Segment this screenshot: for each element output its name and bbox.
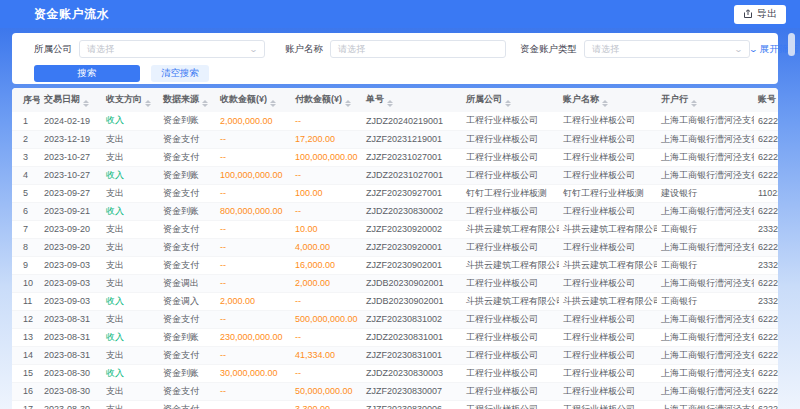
company-select-placeholder: 请选择 [87,43,114,56]
cell-direction: 收入 [102,166,159,184]
cell-account: 斗拱云建筑工程有限公司 [559,292,657,310]
cell-account: 工程行业样板公司 [559,382,657,400]
cell-date: 2023-09-03 [40,256,102,274]
sort-caret-icon[interactable] [387,100,393,107]
table-row: 32023-10-27支出资金支付--100,000,000.00ZJZF202… [12,148,778,166]
column-header-label: 账号 [758,94,776,104]
column-header-company[interactable]: 所属公司 [462,88,559,112]
cell-order_no: ZJZF20231027001 [362,148,462,166]
cell-source: 资金到账 [159,328,216,346]
cell-income: 30,000,000.00 [216,364,291,382]
sort-caret-icon[interactable] [145,100,151,107]
account-type-select[interactable]: 请选择 ⌄ [584,40,750,58]
page-header: 资金账户流水 导出 [0,0,800,28]
cell-bank: 上海工商银行漕河泾支行 [657,364,754,382]
sort-caret-icon[interactable] [270,100,276,107]
table-row: 52023-09-27支出资金支付--100.00ZJZF20230927001… [12,184,778,202]
cell-bank: 上海工商银行漕河泾支行 [657,148,754,166]
sort-caret-icon[interactable] [602,100,608,107]
cell-bank: 上海工商银行漕河泾支行 [657,328,754,346]
cell-account_no: 6222301111 [754,238,778,256]
sort-caret-icon[interactable] [202,100,208,107]
cell-direction: 收入 [102,112,159,130]
cell-company: 工程行业样板公司 [462,274,559,292]
cell-account: 斗拱云建筑工程有限公司 [559,256,657,274]
cell-direction: 支出 [102,256,159,274]
cell-bank: 建设银行 [657,184,754,202]
column-header-date[interactable]: 交易日期 [40,88,102,112]
cell-expense: 100,000,000.00 [291,148,362,166]
cell-account_no: 6222301111 [754,112,778,130]
cell-company: 工程行业样板公司 [462,364,559,382]
cell-index: 3 [12,148,40,166]
column-header-order_no[interactable]: 单号 [362,88,462,112]
cell-company: 工程行业样板公司 [462,328,559,346]
cell-account_no: 23329489- [754,220,778,238]
cell-account: 工程行业样板公司 [559,202,657,220]
cell-company: 工程行业样板公司 [462,310,559,328]
cell-source: 资金支付 [159,400,216,409]
cell-bank: 上海工商银行漕河泾支行 [657,382,754,400]
cell-expense: -- [291,166,362,184]
cell-source: 资金支付 [159,130,216,148]
company-select[interactable]: 请选择 ⌄ [79,40,265,58]
cell-expense: 500,000,000.00 [291,310,362,328]
table-row: 82023-09-20支出资金支付--4,000.00ZJZF202309200… [12,238,778,256]
cell-company: 工程行业样板公司 [462,166,559,184]
cell-source: 资金支付 [159,238,216,256]
transactions-table-card: 序号交易日期收支方向数据来源收款金额(¥)付款金额(¥)单号所属公司账户名称开户… [12,88,778,409]
cell-income: 2,000.00 [216,292,291,310]
cell-income: -- [216,346,291,364]
cell-bank: 上海工商银行漕河泾支行 [657,274,754,292]
cell-date: 2023-08-30 [40,364,102,382]
cell-index: 1 [12,112,40,130]
account-name-filter-label: 账户名称 [285,43,323,56]
cell-source: 资金支付 [159,256,216,274]
cell-direction: 收入 [102,292,159,310]
cell-income: -- [216,184,291,202]
column-header-bank[interactable]: 开户行 [657,88,754,112]
cell-company: 工程行业样板公司 [462,382,559,400]
sort-caret-icon[interactable] [691,100,697,107]
sort-caret-icon[interactable] [83,100,89,107]
cell-order_no: ZJDZ20230830002 [362,202,462,220]
cell-source: 资金到账 [159,166,216,184]
table-row: 112023-09-03收入资金调入2,000.00--ZJDB20230902… [12,292,778,310]
cell-direction: 收入 [102,202,159,220]
cell-account: 工程行业样板公司 [559,274,657,292]
filter-group-company: 所属公司 请选择 ⌄ [34,40,265,58]
cell-direction: 支出 [102,310,159,328]
column-header-direction[interactable]: 收支方向 [102,88,159,112]
column-header-label: 单号 [366,94,384,104]
table-row: 152023-08-30收入资金到账30,000,000.00--ZJDZ202… [12,364,778,382]
cell-account_no: 6222301111 [754,364,778,382]
column-header-account_no[interactable]: 账号 [754,88,778,112]
table-row: 42023-10-27收入资金到账100,000,000.00--ZJDZ202… [12,166,778,184]
cell-order_no: ZJZF20230927001 [362,184,462,202]
account-name-input[interactable]: 请选择 [330,40,506,58]
cell-source: 资金调出 [159,274,216,292]
cell-bank: 上海工商银行漕河泾支行 [657,112,754,130]
clear-search-button[interactable]: 清空搜索 [151,65,209,82]
column-header-expense[interactable]: 付款金额(¥) [291,88,362,112]
sort-caret-icon[interactable] [345,100,351,107]
column-header-account[interactable]: 账户名称 [559,88,657,112]
cell-index: 5 [12,184,40,202]
cell-account_no: 23329489- [754,292,778,310]
sort-caret-icon[interactable] [505,100,511,107]
cell-index: 10 [12,274,40,292]
cell-date: 2023-09-21 [40,202,102,220]
cell-income: 230,000,000.00 [216,328,291,346]
cell-account: 工程行业样板公司 [559,238,657,256]
cell-source: 资金支付 [159,220,216,238]
column-header-source[interactable]: 数据来源 [159,88,216,112]
scrollbar-thumb[interactable] [788,33,795,56]
column-header-income[interactable]: 收款金额(¥) [216,88,291,112]
cell-expense: 16,000.00 [291,256,362,274]
cell-bank: 上海工商银行漕河泾支行 [657,202,754,220]
column-header-label: 交易日期 [44,94,80,104]
export-button[interactable]: 导出 [734,5,786,24]
cell-index: 6 [12,202,40,220]
cell-bank: 上海工商银行漕河泾支行 [657,400,754,409]
search-button[interactable]: 搜索 [34,65,140,82]
